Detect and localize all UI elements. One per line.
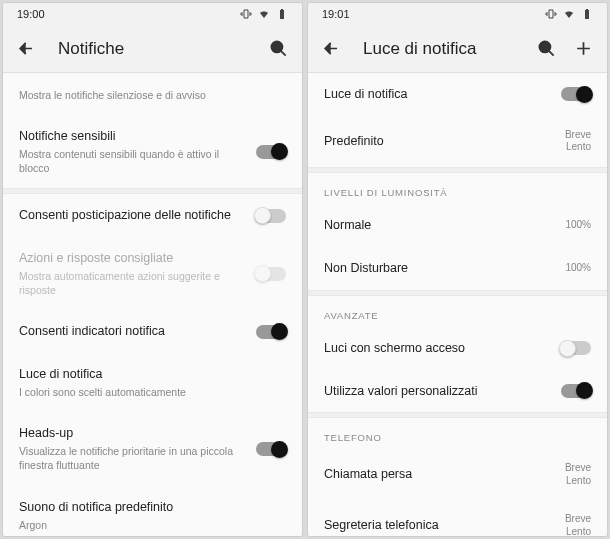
- page-title: Luce di notifica: [363, 39, 515, 59]
- row-title: Normale: [324, 217, 555, 234]
- setting-row[interactable]: Utilizza valori personalizzati: [308, 370, 607, 413]
- row-value: BreveLento: [565, 462, 591, 487]
- setting-row[interactable]: Non Disturbare 100%: [308, 247, 607, 290]
- header: Luce di notifica: [308, 25, 607, 73]
- page-title: Notifiche: [58, 39, 247, 59]
- search-icon[interactable]: [537, 39, 556, 58]
- toggle-switch[interactable]: [256, 325, 286, 339]
- setting-row[interactable]: Chiamata persa BreveLento: [308, 449, 607, 500]
- status-bar: 19:01: [308, 3, 607, 25]
- row-title: Predefinito: [324, 133, 555, 150]
- setting-row[interactable]: Predefinito BreveLento: [308, 116, 607, 167]
- header: Notifiche: [3, 25, 302, 73]
- wifi-icon: [258, 8, 270, 20]
- row-subtitle: Visualizza le notifiche prioritarie in u…: [19, 444, 246, 472]
- toggle-switch[interactable]: [561, 384, 591, 398]
- row-value: 100%: [565, 262, 591, 275]
- status-time: 19:00: [17, 8, 45, 20]
- setting-row[interactable]: Mostra le notifiche silenziose e di avvi…: [3, 73, 302, 115]
- row-subtitle: Mostra contenuti sensibili quando è atti…: [19, 147, 246, 175]
- setting-row[interactable]: Suono di notifica predefinito Argon: [3, 486, 302, 536]
- vibrate-icon: [545, 8, 557, 20]
- battery-icon: [276, 8, 288, 20]
- row-subtitle: Mostra automaticamente azioni suggerite …: [19, 269, 246, 297]
- toggle-switch[interactable]: [256, 145, 286, 159]
- add-icon[interactable]: [574, 39, 593, 58]
- section-label: AVANZATE: [308, 296, 607, 327]
- status-icons: [240, 8, 288, 20]
- row-title: Notifiche sensibili: [19, 128, 246, 145]
- row-title: Non Disturbare: [324, 260, 555, 277]
- status-icons: [545, 8, 593, 20]
- row-subtitle: Argon: [19, 518, 286, 532]
- row-title: Consenti posticipazione delle notifiche: [19, 207, 246, 224]
- setting-row[interactable]: Segreteria telefonica BreveLento: [308, 500, 607, 536]
- row-subtitle: I colori sono scelti automaticamente: [19, 385, 286, 399]
- toggle-switch[interactable]: [256, 442, 286, 456]
- battery-icon: [581, 8, 593, 20]
- settings-list[interactable]: Luce di notifica Predefinito BreveLento …: [308, 73, 607, 536]
- row-value: BreveLento: [565, 129, 591, 154]
- svg-point-1: [539, 41, 550, 52]
- toggle-switch[interactable]: [256, 209, 286, 223]
- toggle-switch: [256, 267, 286, 281]
- row-title: Chiamata persa: [324, 466, 555, 483]
- row-title: Luce di notifica: [19, 366, 286, 383]
- setting-row[interactable]: Normale 100%: [308, 204, 607, 247]
- section-label: LIVELLI DI LUMINOSITÀ: [308, 173, 607, 204]
- row-title: Luce di notifica: [324, 86, 551, 103]
- setting-row[interactable]: Notifiche sensibili Mostra contenuti sen…: [3, 115, 302, 188]
- setting-row[interactable]: Heads-up Visualizza le notifiche priorit…: [3, 412, 302, 485]
- setting-row[interactable]: Consenti posticipazione delle notifiche: [3, 194, 302, 237]
- row-title: Heads-up: [19, 425, 246, 442]
- section-label: TELEFONO: [308, 418, 607, 449]
- row-subtitle: Mostra le notifiche silenziose e di avvi…: [19, 88, 286, 102]
- vibrate-icon: [240, 8, 252, 20]
- settings-list[interactable]: Mostra le notifiche silenziose e di avvi…: [3, 73, 302, 536]
- back-icon[interactable]: [322, 39, 341, 58]
- row-title: Suono di notifica predefinito: [19, 499, 286, 516]
- setting-row[interactable]: Luce di notifica: [308, 73, 607, 116]
- left-device: 19:00 Notifiche Mostra le notifiche sile…: [3, 3, 302, 536]
- setting-row[interactable]: Consenti indicatori notifica: [3, 310, 302, 353]
- row-value: BreveLento: [565, 513, 591, 536]
- status-bar: 19:00: [3, 3, 302, 25]
- row-value: 100%: [565, 219, 591, 232]
- row-title: Consenti indicatori notifica: [19, 323, 246, 340]
- row-title: Luci con schermo acceso: [324, 340, 551, 357]
- row-title: Azioni e risposte consigliate: [19, 250, 246, 267]
- svg-point-0: [271, 41, 282, 52]
- status-time: 19:01: [322, 8, 350, 20]
- toggle-switch[interactable]: [561, 87, 591, 101]
- wifi-icon: [563, 8, 575, 20]
- row-title: Segreteria telefonica: [324, 517, 555, 534]
- toggle-switch[interactable]: [561, 341, 591, 355]
- search-icon[interactable]: [269, 39, 288, 58]
- setting-row[interactable]: Azioni e risposte consigliate Mostra aut…: [3, 237, 302, 310]
- row-title: Utilizza valori personalizzati: [324, 383, 551, 400]
- setting-row[interactable]: Luci con schermo acceso: [308, 327, 607, 370]
- setting-row[interactable]: Luce di notifica I colori sono scelti au…: [3, 353, 302, 412]
- back-icon[interactable]: [17, 39, 36, 58]
- right-device: 19:01 Luce di notifica Luce di notifica …: [308, 3, 607, 536]
